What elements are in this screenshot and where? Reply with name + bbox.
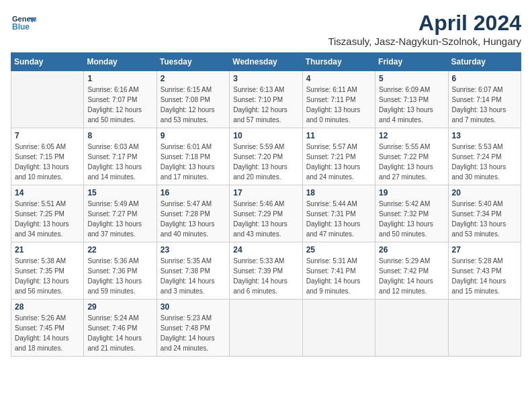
day-info: Sunrise: 5:29 AMSunset: 7:42 PMDaylight:… <box>379 256 444 296</box>
day-number: 14 <box>15 188 80 197</box>
calendar-cell: 7Sunrise: 6:05 AMSunset: 7:15 PMDaylight… <box>11 128 84 185</box>
calendar-cell: 26Sunrise: 5:29 AMSunset: 7:42 PMDayligh… <box>375 242 448 300</box>
calendar-cell: 17Sunrise: 5:46 AMSunset: 7:29 PMDayligh… <box>230 185 302 242</box>
calendar-cell: 4Sunrise: 6:11 AMSunset: 7:11 PMDaylight… <box>302 71 375 128</box>
day-number: 5 <box>379 74 444 83</box>
day-number: 9 <box>161 131 226 140</box>
day-info: Sunrise: 5:33 AMSunset: 7:39 PMDaylight:… <box>233 256 298 296</box>
calendar-week-row: 14Sunrise: 5:51 AMSunset: 7:25 PMDayligh… <box>11 185 521 242</box>
calendar-cell: 19Sunrise: 5:42 AMSunset: 7:32 PMDayligh… <box>375 185 448 242</box>
page-title: April 2024 <box>328 11 521 36</box>
page-subtitle: Tiszasuly, Jasz-Nagykun-Szolnok, Hungary <box>328 36 521 47</box>
day-number: 26 <box>379 245 444 255</box>
calendar-cell: 21Sunrise: 5:38 AMSunset: 7:35 PMDayligh… <box>11 242 84 300</box>
calendar-cell: 13Sunrise: 5:53 AMSunset: 7:24 PMDayligh… <box>448 128 521 185</box>
calendar-week-row: 21Sunrise: 5:38 AMSunset: 7:35 PMDayligh… <box>11 242 521 300</box>
day-number: 28 <box>15 302 80 312</box>
day-number: 24 <box>233 245 298 255</box>
calendar-week-row: 28Sunrise: 5:26 AMSunset: 7:45 PMDayligh… <box>11 300 521 357</box>
day-number: 22 <box>87 245 152 255</box>
day-info: Sunrise: 5:36 AMSunset: 7:36 PMDaylight:… <box>87 256 152 296</box>
day-info: Sunrise: 5:24 AMSunset: 7:46 PMDaylight:… <box>87 313 152 353</box>
day-info: Sunrise: 5:23 AMSunset: 7:48 PMDaylight:… <box>161 313 226 353</box>
calendar-cell: 9Sunrise: 6:01 AMSunset: 7:18 PMDaylight… <box>157 128 229 185</box>
day-info: Sunrise: 5:57 AMSunset: 7:21 PMDaylight:… <box>306 142 371 182</box>
day-info: Sunrise: 6:16 AMSunset: 7:07 PMDaylight:… <box>87 85 152 125</box>
day-info: Sunrise: 5:51 AMSunset: 7:25 PMDaylight:… <box>15 199 80 239</box>
calendar-cell: 29Sunrise: 5:24 AMSunset: 7:46 PMDayligh… <box>84 300 157 357</box>
calendar-cell: 15Sunrise: 5:49 AMSunset: 7:27 PMDayligh… <box>84 185 157 242</box>
weekday-header-row: SundayMondayTuesdayWednesdayThursdayFrid… <box>11 53 521 71</box>
calendar-cell: 18Sunrise: 5:44 AMSunset: 7:31 PMDayligh… <box>302 185 375 242</box>
calendar-cell: 20Sunrise: 5:40 AMSunset: 7:34 PMDayligh… <box>448 185 521 242</box>
day-number: 25 <box>306 245 371 255</box>
day-info: Sunrise: 5:55 AMSunset: 7:22 PMDaylight:… <box>379 142 444 182</box>
day-number: 2 <box>161 74 226 83</box>
weekday-header-thursday: Thursday <box>302 53 375 71</box>
logo-icon: General Blue <box>11 11 36 36</box>
calendar-cell: 28Sunrise: 5:26 AMSunset: 7:45 PMDayligh… <box>11 300 84 357</box>
calendar-cell <box>11 71 84 128</box>
day-info: Sunrise: 5:49 AMSunset: 7:27 PMDaylight:… <box>87 199 152 239</box>
calendar-cell: 30Sunrise: 5:23 AMSunset: 7:48 PMDayligh… <box>157 300 229 357</box>
day-info: Sunrise: 5:35 AMSunset: 7:38 PMDaylight:… <box>161 256 226 296</box>
day-number: 11 <box>306 131 371 140</box>
day-info: Sunrise: 5:40 AMSunset: 7:34 PMDaylight:… <box>452 199 517 239</box>
day-number: 15 <box>87 188 152 197</box>
calendar-cell <box>448 300 521 357</box>
weekday-header-sunday: Sunday <box>11 53 84 71</box>
day-number: 12 <box>379 131 444 140</box>
calendar-cell: 1Sunrise: 6:16 AMSunset: 7:07 PMDaylight… <box>84 71 157 128</box>
calendar-cell: 2Sunrise: 6:15 AMSunset: 7:08 PMDaylight… <box>157 71 229 128</box>
day-number: 20 <box>452 188 517 197</box>
day-number: 29 <box>87 302 152 312</box>
calendar-cell: 16Sunrise: 5:47 AMSunset: 7:28 PMDayligh… <box>157 185 229 242</box>
day-info: Sunrise: 6:05 AMSunset: 7:15 PMDaylight:… <box>15 142 80 182</box>
calendar-cell: 3Sunrise: 6:13 AMSunset: 7:10 PMDaylight… <box>230 71 302 128</box>
calendar-cell: 27Sunrise: 5:28 AMSunset: 7:43 PMDayligh… <box>448 242 521 300</box>
calendar-table: SundayMondayTuesdayWednesdayThursdayFrid… <box>11 52 521 357</box>
day-number: 27 <box>452 245 517 255</box>
weekday-header-monday: Monday <box>84 53 157 71</box>
calendar-cell: 10Sunrise: 5:59 AMSunset: 7:20 PMDayligh… <box>230 128 302 185</box>
day-info: Sunrise: 5:59 AMSunset: 7:20 PMDaylight:… <box>233 142 298 182</box>
title-area: April 2024 Tiszasuly, Jasz-Nagykun-Szoln… <box>328 11 521 47</box>
day-info: Sunrise: 6:09 AMSunset: 7:13 PMDaylight:… <box>379 85 444 125</box>
day-info: Sunrise: 5:31 AMSunset: 7:41 PMDaylight:… <box>306 256 371 296</box>
calendar-cell: 8Sunrise: 6:03 AMSunset: 7:17 PMDaylight… <box>84 128 157 185</box>
day-info: Sunrise: 5:26 AMSunset: 7:45 PMDaylight:… <box>15 313 80 353</box>
calendar-cell <box>230 300 302 357</box>
weekday-header-tuesday: Tuesday <box>157 53 229 71</box>
day-number: 3 <box>233 74 298 83</box>
day-number: 30 <box>161 302 226 312</box>
day-number: 8 <box>87 131 152 140</box>
day-number: 17 <box>233 188 298 197</box>
calendar-cell: 24Sunrise: 5:33 AMSunset: 7:39 PMDayligh… <box>230 242 302 300</box>
calendar-cell: 22Sunrise: 5:36 AMSunset: 7:36 PMDayligh… <box>84 242 157 300</box>
day-info: Sunrise: 6:11 AMSunset: 7:11 PMDaylight:… <box>306 85 371 125</box>
calendar-cell: 5Sunrise: 6:09 AMSunset: 7:13 PMDaylight… <box>375 71 448 128</box>
day-number: 6 <box>452 74 517 83</box>
day-number: 21 <box>15 245 80 255</box>
day-number: 7 <box>15 131 80 140</box>
calendar-cell <box>375 300 448 357</box>
calendar-week-row: 7Sunrise: 6:05 AMSunset: 7:15 PMDaylight… <box>11 128 521 185</box>
day-info: Sunrise: 5:28 AMSunset: 7:43 PMDaylight:… <box>452 256 517 296</box>
day-info: Sunrise: 5:46 AMSunset: 7:29 PMDaylight:… <box>233 199 298 239</box>
weekday-header-friday: Friday <box>375 53 448 71</box>
day-info: Sunrise: 5:53 AMSunset: 7:24 PMDaylight:… <box>452 142 517 182</box>
calendar-cell: 25Sunrise: 5:31 AMSunset: 7:41 PMDayligh… <box>302 242 375 300</box>
day-info: Sunrise: 5:47 AMSunset: 7:28 PMDaylight:… <box>161 199 226 239</box>
calendar-week-row: 1Sunrise: 6:16 AMSunset: 7:07 PMDaylight… <box>11 71 521 128</box>
day-number: 10 <box>233 131 298 140</box>
day-info: Sunrise: 5:44 AMSunset: 7:31 PMDaylight:… <box>306 199 371 239</box>
calendar-cell <box>302 300 375 357</box>
day-number: 16 <box>161 188 226 197</box>
day-info: Sunrise: 6:07 AMSunset: 7:14 PMDaylight:… <box>452 85 517 125</box>
day-info: Sunrise: 5:38 AMSunset: 7:35 PMDaylight:… <box>15 256 80 296</box>
svg-text:Blue: Blue <box>12 22 30 32</box>
day-number: 1 <box>87 74 152 83</box>
day-number: 13 <box>452 131 517 140</box>
day-info: Sunrise: 6:15 AMSunset: 7:08 PMDaylight:… <box>161 85 226 125</box>
day-number: 4 <box>306 74 371 83</box>
